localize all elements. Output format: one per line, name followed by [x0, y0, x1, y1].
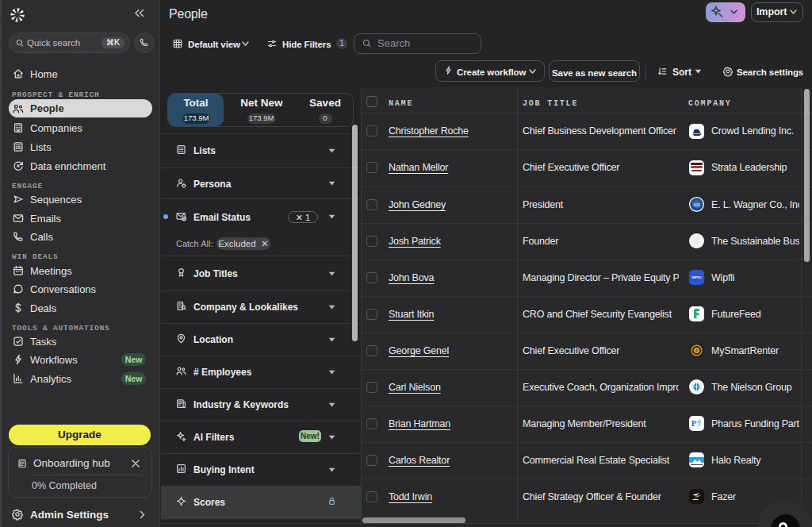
svg-text:WIPFLI: WIPFLI: [691, 277, 701, 280]
svg-text:P: P: [691, 418, 697, 428]
svg-text:100: 100: [693, 202, 700, 207]
